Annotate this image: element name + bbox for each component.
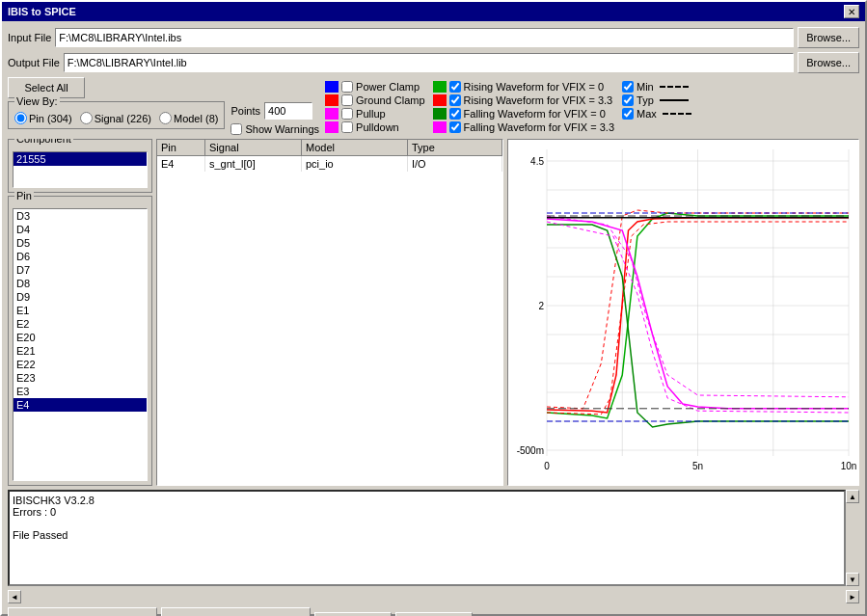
create-standard-button[interactable]: Create Standard IBIS Models bbox=[161, 607, 311, 616]
min-label: Min bbox=[637, 81, 654, 93]
power-clamp-checkbox[interactable] bbox=[341, 81, 353, 93]
legend-pulldown: Pulldown bbox=[325, 121, 425, 133]
left-panel: Component 21555 Pin D3 D4 D5 D6 D7 bbox=[8, 139, 152, 486]
pulldown-checkbox[interactable] bbox=[341, 121, 353, 133]
falling-0-color bbox=[433, 108, 447, 120]
pin-item-d8[interactable]: D8 bbox=[14, 277, 147, 290]
pullup-checkbox[interactable] bbox=[341, 108, 353, 120]
table-header: Pin Signal Model Type bbox=[157, 140, 502, 156]
pullup-color bbox=[325, 108, 339, 120]
pin-item-e2[interactable]: E2 bbox=[14, 317, 147, 331]
log-container: IBISCHK3 V3.2.8 Errors : 0 File Passed ▲… bbox=[8, 490, 859, 586]
table-row[interactable]: E4 s_gnt_l[0] pci_io I/O bbox=[157, 156, 502, 172]
typ-line bbox=[660, 99, 689, 101]
output-file-label: Output File bbox=[8, 57, 60, 68]
ground-clamp-color bbox=[325, 94, 339, 106]
pin-item-d3[interactable]: D3 bbox=[14, 209, 147, 223]
rising-0-checkbox[interactable] bbox=[449, 81, 461, 93]
pin-group-label: Pin bbox=[14, 190, 34, 201]
log-hscroll-left[interactable]: ◄ bbox=[8, 590, 21, 603]
pin-item-e22[interactable]: E22 bbox=[14, 358, 147, 371]
falling-0-label: Falling Waveform for VFIX = 0 bbox=[464, 108, 606, 120]
view-by-group: View By: Pin (304) Signal (226) Model (8… bbox=[8, 101, 225, 129]
output-file-field[interactable] bbox=[64, 53, 794, 72]
create-golden-button[interactable]: Create Golden Waveforms Check File bbox=[8, 607, 157, 616]
pin-item-e3[interactable]: E3 bbox=[14, 385, 147, 398]
legend-ground-clamp: Ground Clamp bbox=[325, 94, 425, 106]
show-warnings-checkbox[interactable] bbox=[230, 123, 242, 135]
pin-item-e1[interactable]: E1 bbox=[14, 304, 147, 317]
points-warnings-group: Points Show Warnings bbox=[230, 102, 319, 135]
controls-row: Select All View By: Pin (304) Signal (22… bbox=[8, 77, 859, 135]
pulldown-color bbox=[325, 121, 339, 133]
legend-min: Min bbox=[622, 81, 691, 93]
pin-item-e21[interactable]: E21 bbox=[14, 344, 147, 358]
cell-model: pci_io bbox=[302, 156, 408, 172]
input-browse-button[interactable]: Browse... bbox=[798, 27, 859, 48]
log-line-1: IBISCHK3 V3.2.8 bbox=[13, 495, 841, 506]
min-checkbox[interactable] bbox=[622, 81, 634, 93]
pin-item-d7[interactable]: D7 bbox=[14, 263, 147, 277]
log-line-3 bbox=[13, 518, 841, 529]
table-body: E4 s_gnt_l[0] pci_io I/O bbox=[157, 156, 502, 485]
output-browse-button[interactable]: Browse... bbox=[798, 52, 859, 73]
log-scroll-down[interactable]: ▼ bbox=[846, 573, 859, 586]
col-type: Type bbox=[408, 140, 502, 155]
main-window: IBIS to SPICE ✕ Input File Browse... Out… bbox=[0, 0, 867, 616]
pin-item-d4[interactable]: D4 bbox=[14, 223, 147, 236]
ground-clamp-checkbox[interactable] bbox=[341, 94, 353, 106]
rising-33-checkbox[interactable] bbox=[449, 94, 461, 106]
cell-pin: E4 bbox=[157, 156, 205, 172]
legend-max: Max bbox=[622, 108, 691, 120]
component-listbox[interactable]: 21555 bbox=[13, 151, 148, 188]
max-checkbox[interactable] bbox=[622, 108, 634, 120]
view-model-label: Model (8) bbox=[174, 113, 218, 124]
pin-item-e23[interactable]: E23 bbox=[14, 371, 147, 385]
points-input[interactable] bbox=[264, 102, 312, 120]
legend-power-clamp: Power Clamp bbox=[325, 81, 425, 93]
rising-0-color bbox=[433, 81, 447, 93]
view-signal-radio[interactable]: Signal (226) bbox=[80, 112, 151, 124]
col-signal: Signal bbox=[205, 140, 302, 155]
pin-item-d6[interactable]: D6 bbox=[14, 250, 147, 263]
points-row: Points bbox=[230, 102, 319, 120]
close-button[interactable]: Close bbox=[395, 612, 473, 616]
legend-rising-0: Rising Waveform for VFIX = 0 bbox=[433, 81, 614, 93]
view-by-label: View By: bbox=[14, 95, 60, 107]
view-model-radio[interactable]: Model (8) bbox=[159, 112, 218, 124]
log-scroll-up[interactable]: ▲ bbox=[846, 490, 859, 503]
show-warnings-label: Show Warnings bbox=[245, 123, 319, 135]
view-pin-input[interactable] bbox=[14, 112, 27, 124]
component-item[interactable]: 21555 bbox=[14, 152, 147, 166]
window-title: IBIS to SPICE bbox=[8, 6, 76, 17]
view-signal-input[interactable] bbox=[80, 112, 93, 124]
pin-item-e4[interactable]: E4 bbox=[14, 398, 147, 412]
input-file-row: Input File Browse... bbox=[8, 27, 859, 48]
pin-item-d5[interactable]: D5 bbox=[14, 236, 147, 250]
points-label: Points bbox=[230, 105, 260, 117]
output-file-row: Output File Browse... bbox=[8, 52, 859, 73]
view-model-input[interactable] bbox=[159, 112, 172, 124]
bottom-buttons: Create Golden Waveforms Check File Creat… bbox=[8, 607, 859, 616]
input-file-field[interactable] bbox=[55, 28, 794, 47]
legend-pullup: Pullup bbox=[325, 108, 425, 120]
view-pin-radio[interactable]: Pin (304) bbox=[14, 112, 72, 124]
pin-item-d9[interactable]: D9 bbox=[14, 290, 147, 304]
rising-0-label: Rising Waveform for VFIX = 0 bbox=[464, 81, 604, 93]
typ-checkbox[interactable] bbox=[622, 94, 634, 106]
max-label: Max bbox=[637, 108, 657, 120]
waveform-chart bbox=[508, 140, 858, 485]
content-area: Input File Browse... Output File Browse.… bbox=[2, 21, 865, 616]
legend-typ: Typ bbox=[622, 94, 691, 106]
falling-0-checkbox[interactable] bbox=[449, 108, 461, 120]
help-button[interactable]: Help... bbox=[314, 612, 392, 616]
falling-33-checkbox[interactable] bbox=[449, 121, 461, 133]
log-hscroll-right[interactable]: ► bbox=[846, 590, 859, 603]
legend-falling-33: Falling Waveform for VFIX = 3.3 bbox=[433, 121, 614, 133]
legend-area: Power Clamp Ground Clamp Pullup bbox=[325, 81, 859, 133]
title-bar: IBIS to SPICE ✕ bbox=[2, 2, 865, 21]
middle-area: Component 21555 Pin D3 D4 D5 D6 D7 bbox=[8, 139, 859, 486]
pin-item-e20[interactable]: E20 bbox=[14, 331, 147, 344]
pin-listbox[interactable]: D3 D4 D5 D6 D7 D8 D9 E1 E2 E20 E21 E22 bbox=[13, 208, 148, 481]
window-close-button[interactable]: ✕ bbox=[844, 5, 859, 18]
